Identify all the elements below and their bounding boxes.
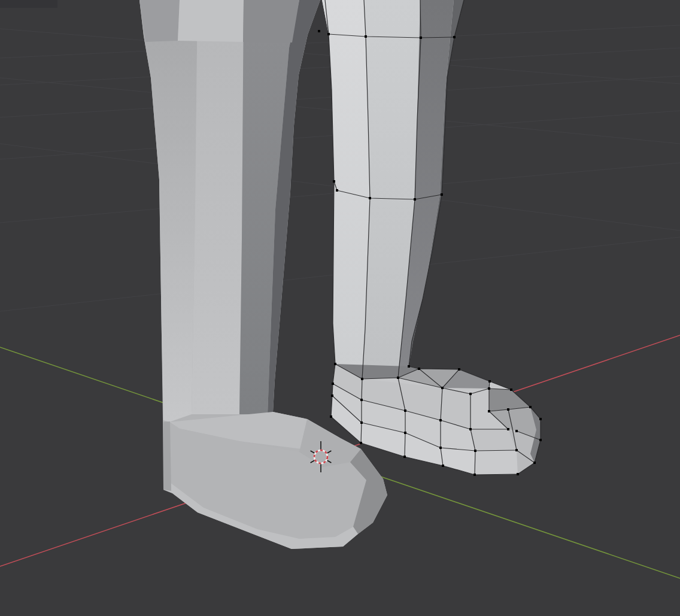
right-foot-toe-quad2[interactable] [475,450,518,475]
mesh-vertex[interactable] [474,450,476,452]
mesh-vertex[interactable] [441,193,443,196]
mesh-vertex[interactable] [397,377,399,379]
mesh-vertex[interactable] [418,368,420,370]
mesh-vertex[interactable] [510,389,512,391]
mesh-vertex[interactable] [515,449,518,451]
mesh-vertex[interactable] [539,439,542,441]
mesh-vertex[interactable] [369,197,371,199]
mesh-vertex[interactable] [408,365,410,368]
mesh-vertex[interactable] [336,189,338,192]
left-leg-topband-center[interactable] [178,0,244,42]
left-leg-topband-right[interactable] [243,0,299,43]
mesh-vertex[interactable] [331,395,333,397]
mesh-vertex[interactable] [439,447,442,449]
mesh-vertex[interactable] [332,383,334,385]
mesh-vertex[interactable] [453,36,456,38]
mesh-vertex[interactable] [488,410,490,412]
mesh-vertex[interactable] [318,30,320,32]
mesh-vertex[interactable] [361,378,363,380]
mesh-vertex[interactable] [515,430,518,432]
mesh-vertex[interactable] [414,198,416,201]
mesh-vertex[interactable] [439,419,442,421]
mesh-vertex[interactable] [441,387,444,389]
mesh-vertex[interactable] [507,408,509,411]
mesh-vertex[interactable] [404,432,406,434]
mesh-vertex[interactable] [539,418,542,420]
mesh-vertex[interactable] [403,456,406,458]
viewport-canvas[interactable] [0,0,680,616]
mesh-vertex[interactable] [507,428,509,430]
left-foot-heel-strip[interactable] [163,421,171,491]
mesh-vertex[interactable] [458,368,460,371]
topleft-region-strip [0,0,57,8]
mesh-vertex[interactable] [469,393,472,395]
left-leg-facet-center[interactable] [192,0,244,414]
mesh-vertex[interactable] [473,474,476,476]
left-leg-topband-left[interactable] [139,0,180,42]
mesh-vertex[interactable] [488,380,491,383]
mesh-vertex[interactable] [533,462,536,464]
mesh-vertex[interactable] [360,442,362,444]
blender-3d-viewport[interactable] [0,0,680,616]
mesh-vertex[interactable] [330,415,332,418]
mesh-vertex[interactable] [488,387,490,390]
mesh-vertex[interactable] [360,399,363,401]
mesh-vertex[interactable] [327,33,330,35]
mesh-vertex[interactable] [420,37,422,39]
mesh-vertex[interactable] [360,421,363,424]
mesh-vertex[interactable] [529,406,532,408]
mesh-vertex[interactable] [334,363,336,365]
mesh-vertex[interactable] [333,180,335,183]
mesh-vertex[interactable] [442,465,444,467]
mesh-vertex[interactable] [365,35,367,38]
mesh-vertex[interactable] [469,428,472,430]
mesh-vertex[interactable] [404,409,406,412]
mesh-vertex[interactable] [517,473,519,475]
